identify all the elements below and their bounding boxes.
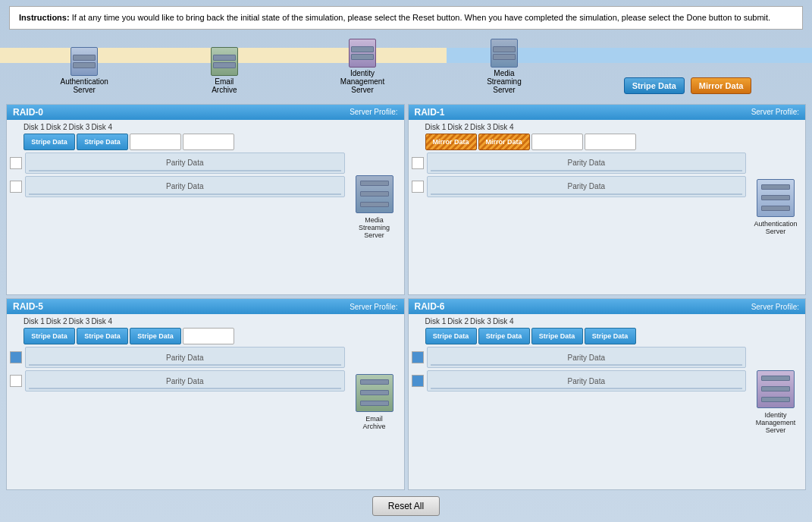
raid5-parity-row1: Parity Data (10, 347, 345, 368)
pipeline-server-media: MediaStreamingServer (487, 39, 522, 94)
server-pipeline: AuthenticationServer EmailArchive Identi… (0, 33, 812, 101)
raid0-parity-row1: Parity Data (10, 153, 345, 174)
raid6-server-thumb-label: IdentityManagementServer (756, 411, 796, 434)
raid1-parity2-checkbox[interactable] (412, 181, 424, 193)
raid0-server-thumb (356, 175, 393, 213)
raid5-disk-slots: Stripe Data Stripe Data Stripe Data (24, 328, 234, 344)
raid6-server-thumb (757, 370, 795, 408)
raid0-disk4-slot (183, 134, 234, 150)
raid6-thumb-bar3 (761, 397, 790, 402)
raid6-header: RAID-6 Server Profile: (409, 299, 806, 314)
raid6-left: Disk 1 Disk 2 Disk 3 Disk 4 Stripe Data … (412, 317, 747, 486)
raid6-disk1-label: Disk 1 (425, 317, 447, 325)
raid5-disk-label-row: Disk 1 Disk 2 Disk 3 Disk 4 (24, 317, 112, 325)
raid0-disk-data-row: Stripe Data Stripe Data (10, 134, 345, 150)
raid5-parity1-checkbox[interactable] (10, 351, 22, 363)
mirror-data-button[interactable]: Mirror Data (691, 77, 752, 94)
raid6-parity2-checkbox[interactable] (412, 375, 424, 387)
raid1-disk-data-row: Mirror Data Mirror Data (412, 134, 747, 150)
raid0-disk2-label: Disk 2 (46, 123, 67, 131)
raid6-parity1-checkbox[interactable] (412, 351, 424, 363)
pipeline-server-email: EmailArchive (211, 47, 238, 94)
raid0-parity2-checkbox[interactable] (10, 181, 22, 193)
raid0-disk1-label: Disk 1 (24, 123, 45, 131)
raid1-content: Disk 1 Disk 2 Disk 3 Disk 4 Mirror Data … (409, 120, 806, 295)
raid1-disk2-label: Disk 2 (447, 123, 469, 131)
raid5-thumb-bar2 (360, 390, 389, 395)
raid6-disk3-slot: Stripe Data (531, 328, 583, 344)
raid5-disk3-label: Disk 3 (69, 317, 90, 325)
raid0-header: RAID-0 Server Profile: (7, 105, 404, 120)
raid6-disk-label-row: Disk 1 Disk 2 Disk 3 Disk 4 (425, 317, 514, 325)
pipeline-buttons: Stripe Data Mirror Data (624, 77, 752, 94)
raid5-parity1-bar: Parity Data (25, 347, 345, 368)
raid5-disk-data-row: Stripe Data Stripe Data Stripe Data (10, 328, 345, 344)
raid1-disk1-label: Disk 1 (425, 123, 447, 131)
raid0-title: RAID-0 (13, 107, 43, 118)
email-server-label: EmailArchive (212, 77, 237, 94)
raid5-server-thumb-label: EmailArchive (362, 415, 385, 430)
raid0-thumb-bar1 (360, 181, 389, 186)
pipeline-server-auth: AuthenticationServer (60, 47, 108, 94)
raid5-header: RAID-5 Server Profile: (7, 299, 404, 314)
raid6-thumb-bar1 (761, 376, 790, 381)
raid6-disk-slots: Stripe Data Stripe Data Stripe Data Stri… (425, 328, 636, 344)
raid1-left: Disk 1 Disk 2 Disk 3 Disk 4 Mirror Data … (412, 123, 747, 292)
raid0-disk-label-row: Disk 1 Disk 2 Disk 3 Disk 4 (24, 123, 112, 131)
raid6-disk-labels: Disk 1 Disk 2 Disk 3 Disk 4 (412, 317, 747, 325)
raid6-disk3-label: Disk 3 (470, 317, 491, 325)
raid6-disk4-slot: Stripe Data (585, 328, 636, 344)
raid6-thumb-bar2 (761, 386, 790, 392)
raid5-server-thumb (356, 374, 393, 412)
raid0-disk3-label: Disk 3 (69, 123, 90, 131)
raid0-disk-labels: Disk 1 Disk 2 Disk 3 Disk 4 (10, 123, 345, 131)
raid5-parity2-bar: Parity Data (25, 370, 345, 392)
auth-server-label: AuthenticationServer (60, 77, 108, 94)
raid6-parity-row1: Parity Data (412, 347, 747, 368)
pipeline-server-identity: IdentityManagementServer (340, 39, 384, 94)
identity-server-icon (349, 39, 376, 68)
raid6-disk1-slot: Stripe Data (425, 328, 477, 344)
raid1-parity1-checkbox[interactable] (412, 157, 424, 169)
raid1-disk4-slot (585, 134, 636, 150)
raid1-server-thumb-label: AuthenticationServer (754, 220, 797, 235)
raid5-thumb-bar1 (360, 379, 389, 385)
raid6-content: Disk 1 Disk 2 Disk 3 Disk 4 Stripe Data … (409, 314, 806, 489)
raid0-disk3-slot (130, 134, 181, 150)
raid1-parity2-bar: Parity Data (427, 176, 747, 197)
raid5-parity2-checkbox[interactable] (10, 375, 22, 387)
raid5-panel: RAID-5 Server Profile: Disk 1 Disk 2 Dis… (6, 298, 405, 490)
media-server-icon (491, 39, 518, 68)
raid1-thumb-bar3 (761, 206, 790, 211)
raid0-parity1-checkbox[interactable] (10, 157, 22, 169)
raid0-parity1-bar: Parity Data (25, 153, 345, 174)
raid6-disk2-slot: Stripe Data (478, 328, 530, 344)
raid0-server-thumb-label: MediaStreamingServer (359, 216, 390, 239)
stripe-data-button[interactable]: Stripe Data (624, 77, 685, 94)
reset-row: Reset All (0, 493, 812, 522)
raid5-title: RAID-5 (13, 301, 43, 312)
raid0-parity-row2: Parity Data (10, 176, 345, 197)
raid6-server-profile: Server Profile: (751, 303, 799, 311)
raid5-disk4-label: Disk 4 (91, 317, 112, 325)
raid6-panel: RAID-6 Server Profile: Disk 1 Disk 2 Dis… (408, 298, 807, 490)
raid5-disk1-label: Disk 1 (24, 317, 45, 325)
raid1-disk3-label: Disk 3 (470, 123, 491, 131)
raid6-server-thumb-area: IdentityManagementServer (749, 317, 802, 486)
identity-server-label: IdentityManagementServer (340, 69, 384, 94)
raid1-thumb-bar1 (761, 184, 790, 190)
raid5-disk1-slot: Stripe Data (24, 328, 75, 344)
raid0-content: Disk 1 Disk 2 Disk 3 Disk 4 Stripe Data … (7, 120, 404, 295)
raid0-panel: RAID-0 Server Profile: Disk 1 Disk 2 Dis… (6, 104, 405, 296)
raid0-disk4-label: Disk 4 (91, 123, 112, 131)
raid5-server-thumb-area: EmailArchive (348, 317, 401, 486)
raid1-parity-row1: Parity Data (412, 153, 747, 174)
raid5-server-profile: Server Profile: (350, 303, 397, 311)
media-server-label: MediaStreamingServer (487, 69, 522, 94)
raid5-disk2-slot: Stripe Data (77, 328, 128, 344)
raid0-disk1-slot: Stripe Data (24, 134, 75, 150)
raid6-parity2-bar: Parity Data (427, 370, 747, 392)
instructions-text: If at any time you would like to bring b… (72, 13, 770, 22)
raid0-parity2-bar: Parity Data (25, 176, 345, 197)
reset-all-button[interactable]: Reset All (372, 496, 440, 516)
